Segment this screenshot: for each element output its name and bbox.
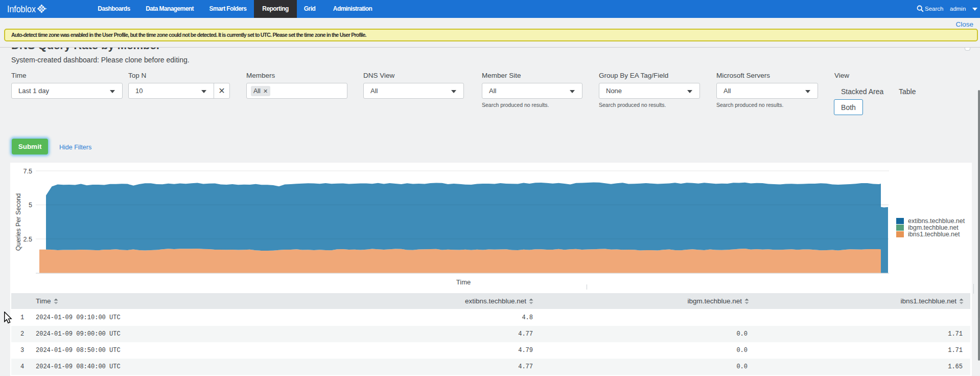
svg-text:ibgm.techblue.net: ibgm.techblue.net xyxy=(908,224,959,231)
svg-text:Queries Per Second: Queries Per Second xyxy=(15,193,22,251)
svg-text:2.5: 2.5 xyxy=(24,236,32,243)
svg-text:extibns.techblue.net: extibns.techblue.net xyxy=(908,217,965,225)
svg-text:7.5: 7.5 xyxy=(24,168,32,175)
svg-text:ibns1.techblue.net: ibns1.techblue.net xyxy=(908,231,960,238)
svg-text:5: 5 xyxy=(29,202,32,209)
svg-text:Time: Time xyxy=(456,278,471,286)
